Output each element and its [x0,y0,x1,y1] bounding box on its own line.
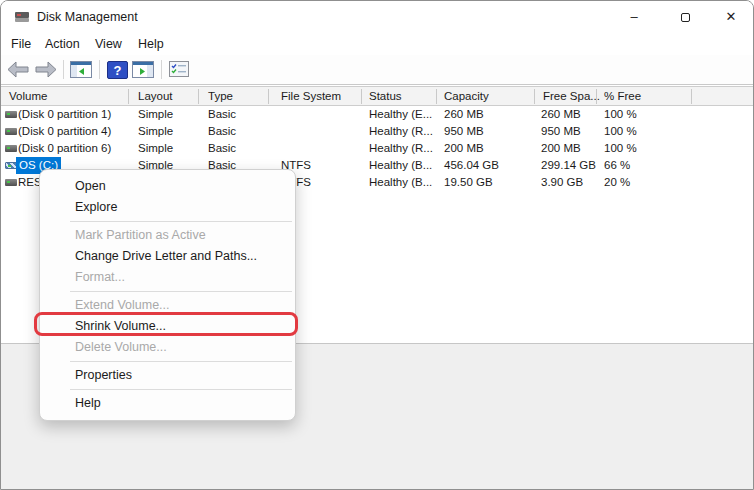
menu-item-properties[interactable]: Properties [40,365,295,386]
header-divider[interactable] [596,89,597,104]
cell-volume: (Disk 0 partition 4) [18,123,111,140]
col-free-space[interactable]: Free Spa... [543,87,600,105]
cell-layout: Simple [138,140,173,157]
menu-help[interactable]: Help [138,33,164,55]
cell-type: Basic [208,140,236,157]
forward-icon[interactable] [34,61,58,78]
disk-management-window: Disk Management – ✕ File Action View Hel… [0,0,754,490]
title-bar: Disk Management – ✕ [1,1,753,33]
maximize-icon [681,13,690,22]
col-volume[interactable]: Volume [9,87,47,105]
menu-view[interactable]: View [95,33,122,55]
toolbar-separator [63,60,64,79]
cell-capacity: 950 MB [444,123,484,140]
cell-status: Healthy (R... [369,140,433,157]
cell-layout: Simple [138,106,173,123]
volume-icon [5,111,17,118]
toolbar-separator [99,60,100,79]
menu-item-format: Format... [40,267,295,288]
volume-icon [5,179,17,186]
cell-capacity: 19.50 GB [444,174,493,191]
header-divider[interactable] [691,89,692,104]
menu-separator [70,389,292,390]
cell-status: Healthy (R... [369,123,433,140]
cell-capacity: 260 MB [444,106,484,123]
cell-pct-free: 20 % [604,174,630,191]
header-divider[interactable] [361,89,362,104]
minimize-button[interactable]: – [611,1,657,33]
menu-item-delete-volume: Delete Volume... [40,337,295,358]
menu-item-explore[interactable]: Explore [40,197,295,218]
volume-list-header: Volume Layout Type File System Status Ca… [1,86,753,106]
toolbar: ? [1,55,753,85]
volume-row-disk0-partition6[interactable]: (Disk 0 partition 6) Simple Basic Health… [1,140,753,157]
cell-type: Basic [208,123,236,140]
cell-pct-free: 66 % [604,157,630,174]
cell-pct-free: 100 % [604,106,637,123]
cell-capacity: 200 MB [444,140,484,157]
cell-status: Healthy (E... [369,106,432,123]
volume-icon [5,128,17,135]
header-divider[interactable] [198,89,199,104]
window-title: Disk Management [37,1,138,33]
col-pct-free[interactable]: % Free [604,87,641,105]
console-tree-icon[interactable] [70,61,92,78]
menu-bar: File Action View Help [1,33,753,55]
col-status[interactable]: Status [369,87,402,105]
col-layout[interactable]: Layout [138,87,173,105]
cell-status: Healthy (B... [369,157,432,174]
maximize-button[interactable] [662,1,708,33]
cell-pct-free: 100 % [604,123,637,140]
cell-free-space: 950 MB [541,123,581,140]
context-menu: Open Explore Mark Partition as Active Ch… [39,169,296,421]
cell-status: Healthy (B... [369,174,432,191]
cell-layout: Simple [138,123,173,140]
menu-item-change-drive-letter[interactable]: Change Drive Letter and Paths... [40,246,295,267]
help-icon[interactable]: ? [107,61,128,79]
cell-free-space: 3.90 GB [541,174,583,191]
customize-icon[interactable] [169,61,189,77]
header-divider[interactable] [268,89,269,104]
cell-free-space: 299.14 GB [541,157,596,174]
volume-icon [5,145,17,152]
menu-action[interactable]: Action [45,33,80,55]
volume-row-disk0-partition1[interactable]: (Disk 0 partition 1) Simple Basic Health… [1,106,753,123]
cell-pct-free: 100 % [604,140,637,157]
action-pane-icon[interactable] [132,61,154,78]
toolbar-separator [161,60,162,79]
menu-separator [70,221,292,222]
shrink-volume-highlight-box [34,312,298,336]
menu-separator [70,361,292,362]
volume-row-disk0-partition4[interactable]: (Disk 0 partition 4) Simple Basic Health… [1,123,753,140]
header-divider[interactable] [534,89,535,104]
header-divider[interactable] [436,89,437,104]
menu-item-help[interactable]: Help [40,393,295,414]
close-button[interactable]: ✕ [708,1,754,33]
svg-text:?: ? [114,63,122,78]
menu-item-mark-partition-active: Mark Partition as Active [40,225,295,246]
col-file-system[interactable]: File System [281,87,341,105]
col-type[interactable]: Type [208,87,233,105]
col-capacity[interactable]: Capacity [444,87,489,105]
cell-free-space: 200 MB [541,140,581,157]
menu-separator [70,291,292,292]
disk-management-app-icon [14,9,30,25]
cell-free-space: 260 MB [541,106,581,123]
cell-volume: (Disk 0 partition 1) [18,106,111,123]
header-divider[interactable] [128,89,129,104]
cell-capacity: 456.04 GB [444,157,499,174]
cell-type: Basic [208,106,236,123]
cell-volume: (Disk 0 partition 6) [18,140,111,157]
menu-file[interactable]: File [11,33,31,55]
back-icon[interactable] [6,61,30,78]
menu-item-open[interactable]: Open [40,176,295,197]
